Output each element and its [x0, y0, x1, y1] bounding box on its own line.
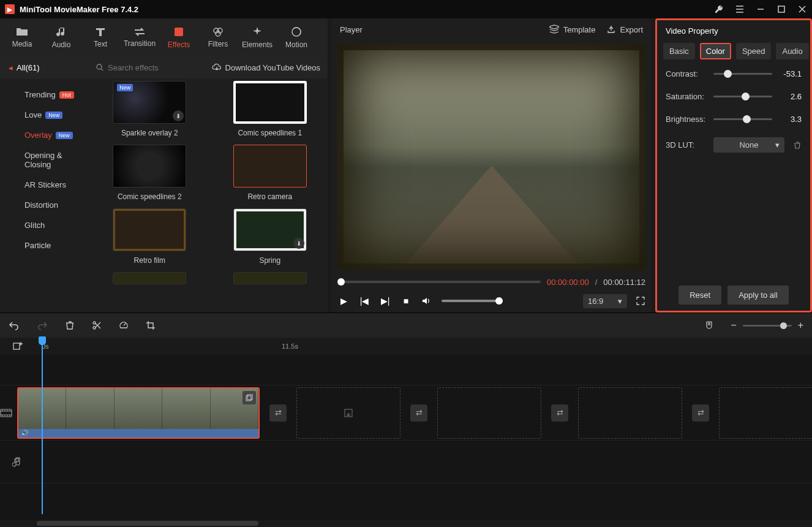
magnet-icon[interactable]: [705, 320, 713, 330]
saturation-slider[interactable]: [713, 96, 772, 97]
contrast-label: Contrast:: [666, 69, 709, 78]
search-input[interactable]: [108, 63, 212, 72]
fullscreen-icon[interactable]: [636, 296, 645, 306]
key-icon[interactable]: [714, 4, 724, 14]
empty-clip-slot[interactable]: [437, 387, 541, 439]
aspect-ratio-select[interactable]: 16:9▾: [583, 294, 627, 308]
video-track[interactable]: 🔊 ⇄ ⇄ ⇄ ⇄: [0, 385, 812, 441]
transition-slot-icon[interactable]: ⇄: [551, 404, 568, 422]
maximize-icon[interactable]: [776, 4, 786, 14]
time-total: 00:00:11:12: [603, 278, 645, 287]
menu-icon[interactable]: [735, 4, 745, 14]
contrast-slider[interactable]: [713, 73, 772, 75]
empty-clip-slot[interactable]: [719, 387, 812, 439]
undo-icon[interactable]: [9, 320, 20, 330]
search-wrap: [92, 63, 212, 72]
next-frame-icon[interactable]: ▶|: [379, 296, 391, 306]
close-icon[interactable]: [797, 4, 807, 14]
tab-transition[interactable]: Transition: [120, 20, 159, 55]
effect-thumb: [113, 145, 186, 188]
brightness-slider[interactable]: [713, 118, 772, 120]
empty-clip-slot[interactable]: [296, 387, 400, 439]
title-bar: ▶ MiniTool MovieMaker Free 7.4.2: [0, 0, 812, 18]
crop-icon[interactable]: [146, 320, 156, 330]
transition-slot-icon[interactable]: ⇄: [410, 404, 427, 422]
minimize-icon[interactable]: [756, 4, 765, 14]
property-tab-audio[interactable]: Audio: [776, 43, 808, 59]
effect-card[interactable]: Comic speedlines 1: [219, 81, 322, 137]
empty-clip-slot[interactable]: [578, 387, 682, 439]
tab-effects[interactable]: Effects: [159, 20, 198, 55]
apply-all-button[interactable]: Apply to all: [727, 286, 789, 305]
category-glitch[interactable]: Glitch: [0, 215, 92, 235]
audio-track[interactable]: [0, 441, 812, 483]
playhead[interactable]: [42, 338, 43, 514]
speed-icon[interactable]: [119, 320, 129, 330]
category-love[interactable]: Love New: [0, 105, 92, 125]
swap-icon: [133, 27, 146, 37]
delete-icon[interactable]: [65, 320, 75, 330]
brightness-label: Brightness:: [666, 115, 709, 124]
transition-slot-icon[interactable]: ⇄: [692, 404, 709, 422]
zoom-in-icon[interactable]: +: [798, 320, 803, 331]
tab-audio[interactable]: Audio: [42, 20, 81, 55]
zoom-out-icon[interactable]: −: [731, 320, 736, 331]
svg-rect-1: [175, 28, 183, 36]
tab-motion[interactable]: Motion: [277, 20, 316, 55]
clip-layers-icon[interactable]: [242, 391, 256, 404]
volume-icon[interactable]: [421, 296, 433, 306]
effect-thumb: [113, 208, 186, 251]
template-button[interactable]: Template: [549, 25, 596, 34]
category-distortion[interactable]: Distortion: [0, 195, 92, 215]
effect-card[interactable]: Retro camera: [219, 145, 322, 201]
folder-icon: [15, 26, 29, 37]
effect-card[interactable]: Retro film: [98, 208, 201, 265]
category-overlay[interactable]: Overlay New: [0, 125, 92, 145]
category-all[interactable]: ◂All(61): [0, 63, 92, 72]
category-ar-stickers[interactable]: AR Stickers: [0, 175, 92, 195]
ruler-mark: 11.5s: [282, 343, 298, 350]
tab-filters[interactable]: Filters: [198, 20, 238, 55]
prev-frame-icon[interactable]: |◀: [358, 296, 370, 306]
stop-icon[interactable]: ■: [400, 296, 412, 306]
property-tab-basic[interactable]: Basic: [663, 43, 695, 59]
category-opening-closing[interactable]: Opening & Closing: [0, 145, 92, 175]
split-icon[interactable]: [92, 320, 102, 330]
effect-card[interactable]: Comic speedlines 2: [98, 145, 201, 201]
reset-button[interactable]: Reset: [679, 286, 721, 305]
transition-slot-icon[interactable]: ⇄: [269, 404, 287, 422]
lut-select[interactable]: None▾: [713, 137, 784, 153]
add-track-icon[interactable]: [12, 341, 23, 352]
timeline-ruler[interactable]: 0s11.5s: [0, 338, 812, 355]
property-tab-color[interactable]: Color: [700, 43, 731, 59]
video-clip[interactable]: 🔊: [17, 387, 260, 439]
download-youtube-link[interactable]: Download YouTube Videos: [212, 63, 328, 72]
category-trending[interactable]: Trending Hot: [0, 85, 92, 105]
effect-thumb: ⬇: [233, 208, 307, 251]
main-toolbar: MediaAudioTextTransitionEffectsFiltersEl…: [0, 18, 328, 56]
svg-rect-9: [13, 343, 20, 349]
trash-icon[interactable]: [793, 141, 802, 150]
search-icon: [96, 63, 104, 72]
download-icon: ⬇: [173, 110, 184, 121]
sparkle-icon: [251, 26, 263, 38]
video-track-icon: [0, 408, 12, 418]
tab-elements[interactable]: Elements: [238, 20, 277, 55]
effect-card[interactable]: New⬇Sparkle overlay 2: [98, 81, 201, 137]
seek-bar[interactable]: [337, 281, 541, 283]
fx-icon: [173, 26, 185, 38]
effect-card[interactable]: ⬇Spring: [219, 208, 322, 265]
zoom-slider[interactable]: [743, 325, 792, 327]
redo-icon[interactable]: [37, 320, 48, 330]
category-particle[interactable]: Particle: [0, 235, 92, 256]
time-current: 00:00:00:00: [547, 278, 589, 287]
text-track[interactable]: [0, 355, 812, 385]
timeline-scrollbar[interactable]: [0, 520, 812, 527]
svg-rect-0: [778, 6, 784, 12]
export-button[interactable]: Export: [606, 25, 643, 34]
property-tab-speed[interactable]: Speed: [736, 43, 772, 59]
play-icon[interactable]: ▶: [337, 296, 350, 306]
volume-slider[interactable]: [442, 300, 503, 302]
tab-text[interactable]: Text: [81, 20, 120, 55]
tab-media[interactable]: Media: [2, 20, 42, 55]
